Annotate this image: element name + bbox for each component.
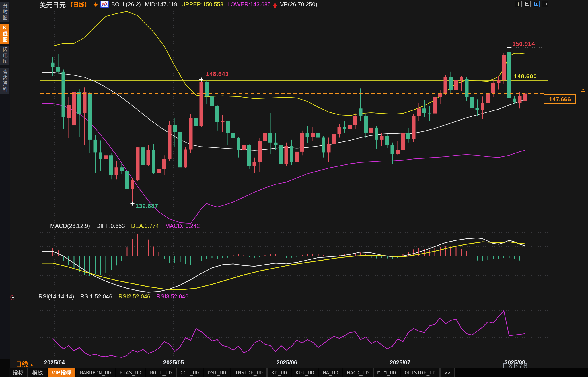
sidebar-item-4[interactable]: 合约资料 <box>0 68 9 94</box>
rsi2-value: RSI2:52.046 <box>118 293 150 300</box>
indicator-tab-macd-ud[interactable]: MACD_UD <box>343 368 373 377</box>
vr-label: VR(26,70,250) <box>280 1 317 8</box>
indicator-tab-dmi-ud[interactable]: DMI_UD <box>204 368 230 377</box>
macd-dea-value: DEA:0.774 <box>131 223 159 229</box>
time-axis-label: 2025/04 <box>37 359 72 366</box>
indicator-tab-kd-ud[interactable]: KD_UD <box>267 368 291 377</box>
time-axis-label: 2025/05 <box>156 359 191 366</box>
timeframe-selector[interactable]: 日线▲ <box>16 359 34 368</box>
indicator-tab-cci-ud[interactable]: CCI_UD <box>176 368 203 377</box>
indicator-tab-指标[interactable]: 指标 <box>9 368 28 377</box>
up-arrow-icon <box>273 3 277 6</box>
indicator-tab-outside-ud[interactable]: OUTSIDE_UD <box>401 368 440 377</box>
macd-diff-value: DIFF:0.653 <box>96 223 125 229</box>
crosshair-tool-icon[interactable]: ✛ <box>515 1 522 7</box>
rsi-header: RSI(14,14,14) RSI1:52.046 RSI2:52.046 RS… <box>38 293 193 300</box>
watermark: FX678 <box>503 362 528 370</box>
indicator-tabbar: 指标模板VIP指标BARUPDN_UDBIAS_UDBOLL_UDCCI_UDD… <box>9 368 455 377</box>
chart-header: 美元日元 【日线】 ⊕ BOLL(26,2) MID:147.119 UPPER… <box>40 1 321 8</box>
trading-app-window: 分时图K线图闪电图合约资料 美元日元 【日线】 ⊕ BOLL(26,2) MID… <box>0 0 588 377</box>
left-sidebar: 分时图K线图闪电图合约资料 <box>0 0 10 359</box>
price-alert-icon[interactable]: ▲ <box>581 87 585 92</box>
boll-lower-value: LOWER:143.685 <box>227 1 271 8</box>
zoom-out-axis-icon[interactable] <box>524 1 531 7</box>
indicator-tab-bias-ud[interactable]: BIAS_UD <box>116 368 145 377</box>
sidebar-item-1[interactable]: 分时图 <box>0 2 9 22</box>
symbol-title: 美元日元 <box>40 0 66 9</box>
bottom-left-corner <box>0 359 10 377</box>
macd-hist-value: MACD:-0.242 <box>165 223 200 229</box>
indicator-tab-模板[interactable]: 模板 <box>28 368 47 377</box>
rsi-title: RSI(14,14,14) <box>38 293 74 300</box>
macd-header: MACD(26,12,9) DIFF:0.653 DEA:0.774 MACD:… <box>50 223 205 229</box>
boll-label: BOLL(26,2) <box>111 1 141 8</box>
pan-right-icon[interactable] <box>542 1 548 7</box>
hline-price-label: 148.600 <box>514 73 537 80</box>
sidebar-item-3[interactable]: 闪电图 <box>0 46 9 65</box>
rsi3-value: RSI3:52.046 <box>157 293 188 300</box>
chart-canvas[interactable] <box>0 0 588 377</box>
time-axis-label: 2025/06 <box>270 359 304 366</box>
time-axis-label: 2025/07 <box>383 359 417 366</box>
add-indicator-icon[interactable]: ⊕ <box>93 1 98 8</box>
macd-title: MACD(26,12,9) <box>50 223 90 229</box>
rsi1-value: RSI1:52.046 <box>80 293 112 300</box>
boll-upper-value: UPPER:150.553 <box>181 1 223 8</box>
indicator-tab-ma-ud[interactable]: MA_UD <box>319 368 342 377</box>
indicator-tab-barupdn-ud[interactable]: BARUPDN_UD <box>76 368 115 377</box>
recent-high-label: 150.914 <box>512 40 535 47</box>
boll-mid-value: MID:147.119 <box>145 1 177 8</box>
indicator-tab->>[interactable]: >> <box>440 368 455 377</box>
current-price-box: 147.666 <box>544 94 576 104</box>
kline-chart-icon[interactable] <box>100 1 109 8</box>
sidebar-item-2[interactable]: K线图 <box>0 24 9 44</box>
swing-high-label: 148.643 <box>206 71 229 77</box>
indicator-tab-inside-ud[interactable]: INSIDE_UD <box>231 368 267 377</box>
dropdown-arrow-icon: ▲ <box>30 362 34 367</box>
indicator-tab-mtm-ud[interactable]: MTM_UD <box>373 368 400 377</box>
zoom-in-axis-icon[interactable] <box>533 1 540 7</box>
indicator-tab-vip指标[interactable]: VIP指标 <box>48 368 75 377</box>
swing-low-label: 139.887 <box>135 203 158 209</box>
indicator-settings-icon[interactable] <box>10 295 15 300</box>
indicator-tab-boll-ud[interactable]: BOLL_UD <box>146 368 176 377</box>
indicator-tab-kdj-ud[interactable]: KDJ_UD <box>292 368 318 377</box>
period-tag: 【日线】 <box>67 0 90 9</box>
